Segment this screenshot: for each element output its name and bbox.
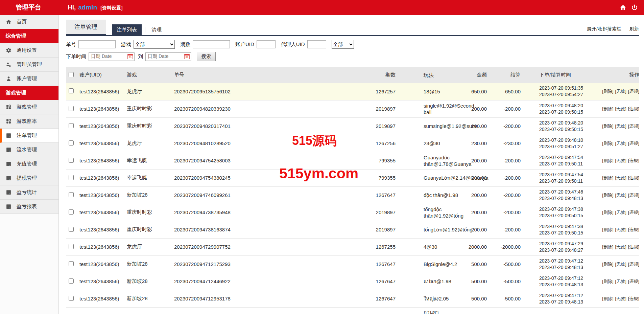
row-checkbox[interactable] [69,88,74,93]
row-actions: [删除][无效][违规] [592,152,639,169]
row-checkbox[interactable] [69,296,74,301]
violation-link[interactable]: [违规] [628,296,639,301]
row-checkbox[interactable] [69,158,74,163]
agent-uid-input[interactable] [307,40,326,48]
row-checkbox[interactable] [69,227,74,232]
account-uid: test123(2643856) [79,204,127,221]
delete-link[interactable]: [删除] [602,89,613,94]
watermark-url: 515ym.com [279,165,358,182]
sidebar-item-管理员管理[interactable]: 管理员管理 [0,58,58,72]
sidebar-item-盈亏报表[interactable]: 0 盈亏报表 [0,200,58,214]
status-select[interactable]: 全部 [332,40,354,49]
logout-power-icon[interactable] [631,4,638,11]
sidebar-item-流水管理[interactable]: 0 流水管理 [0,143,58,157]
delete-link[interactable]: [删除] [602,296,613,301]
row-actions: [删除][无效][违规] [592,255,639,273]
row-checkbox[interactable] [69,175,74,180]
sidebar-item-盈亏统计[interactable]: 0 盈亏统计 [0,185,58,200]
violation-link[interactable]: [违规] [628,141,639,146]
invalid-link[interactable]: [无效] [615,227,626,232]
home-icon[interactable] [620,4,626,11]
invalid-link[interactable]: [无效] [615,244,626,249]
row-checkbox[interactable] [69,140,74,145]
calendar-icon[interactable]: 31 [184,54,190,59]
date-to-input[interactable]: 日期 Date 31 [145,52,191,61]
select-all-checkbox[interactable] [69,72,74,77]
invalid-link[interactable]: [无效] [615,106,626,111]
invalid-link[interactable]: [无效] [615,141,626,146]
violation-link[interactable]: [违规] [628,210,639,215]
bet-amount: 230.00 [463,135,487,152]
sidebar-item-提现管理[interactable]: 0 提现管理 [0,171,58,185]
tab-order-list[interactable]: 注单列表 [112,24,142,35]
violation-link[interactable]: [违规] [628,158,639,163]
delete-link[interactable]: [删除] [602,193,613,198]
violation-link[interactable]: [违规] [628,124,639,129]
orders-table: 账户(UID) 游戏 单号 期数 玩法 金额 结算 下单/结算时间 操作 tes… [66,67,639,314]
issue-input[interactable] [193,40,230,48]
invalid-link[interactable]: [无效] [615,89,626,94]
invalid-link[interactable]: [无效] [615,279,626,284]
delete-link[interactable]: [删除] [602,279,613,284]
row-checkbox[interactable] [69,278,74,284]
search-button[interactable]: 搜索 [197,52,216,61]
profile-settings-link[interactable]: [资料设置] [100,5,122,11]
delete-link[interactable]: [删除] [602,141,613,146]
invalid-link[interactable]: [无效] [615,296,626,301]
invalid-link[interactable]: [无效] [615,193,626,198]
game-name: 重庆时时彩 [127,204,174,221]
game-select[interactable]: 全部 [134,40,175,49]
violation-link[interactable]: [违规] [628,193,639,198]
violation-link[interactable]: [违规] [628,244,639,249]
delete-link[interactable]: [删除] [602,106,613,111]
invalid-link[interactable]: [无效] [615,175,626,180]
row-checkbox[interactable] [69,209,74,215]
invalid-link[interactable]: [无效] [615,124,626,129]
tab-order-management[interactable]: 注单管理 [66,20,106,35]
sidebar-item-首页[interactable]: 首页 [0,15,58,29]
violation-link[interactable]: [违规] [628,106,639,111]
play-detail: độc thân@1.98 [396,186,463,204]
invalid-link[interactable]: [无效] [615,210,626,215]
account-uid: test123(2643856) [79,255,127,273]
row-checkbox[interactable] [69,244,74,249]
delete-link[interactable]: [删除] [602,244,613,249]
delete-link[interactable]: [删除] [602,175,613,180]
sidebar-item-游戏赔率[interactable]: 游戏赔率 [0,114,58,129]
settle-time: 2023-07-20 09:48:13 [539,282,592,288]
violation-link[interactable]: [违规] [628,262,639,267]
row-checkbox[interactable] [69,123,74,128]
violation-link[interactable]: [违规] [628,89,639,94]
invalid-link[interactable]: [无效] [615,158,626,163]
sidebar-item-账户管理[interactable]: 账户管理 [0,72,58,86]
play-detail: GuanyaLớn@2.14@Guanya [396,169,463,186]
sidebar-item-充值管理[interactable]: 0 充值管理 [0,157,58,171]
delete-link[interactable]: [删除] [602,124,613,129]
date-from-input[interactable]: 日期 Date 31 [89,52,135,61]
account-uid: test123(2643856) [79,290,127,307]
order-no-input[interactable] [78,40,116,48]
invalid-link[interactable]: [无效] [615,262,626,267]
sidebar-item-游戏管理[interactable]: 游戏管理 [0,100,58,114]
refresh-link[interactable]: 刷新 [629,26,639,32]
sidebar-item-注单管理[interactable]: 0 注单管理 [0,129,58,143]
bet-amount: 500.00 [463,255,487,273]
calendar-icon[interactable]: 31 [127,54,133,59]
row-checkbox[interactable] [69,192,74,197]
settle-time: 2023-07-20 09:48:13 [539,264,592,271]
delete-link[interactable]: [删除] [602,227,613,232]
order-settle-time: 2023-07-20 09:47:54 2023-07-20 09:50:11 [521,152,592,169]
account-uid: test123(2643856) [79,117,127,135]
account-uid-input[interactable] [257,40,276,48]
delete-link[interactable]: [删除] [602,210,613,215]
delete-link[interactable]: [删除] [602,158,613,163]
delete-link[interactable]: [删除] [602,262,613,267]
violation-link[interactable]: [违规] [628,175,639,180]
toggle-search-link[interactable]: 展开/收起搜索栏 [587,26,621,32]
violation-link[interactable]: [违规] [628,279,639,284]
violation-link[interactable]: [违规] [628,227,639,232]
row-checkbox[interactable] [69,261,74,266]
row-checkbox[interactable] [69,106,74,111]
tab-clean[interactable]: 清理 [147,24,166,35]
sidebar-item-通用设置[interactable]: 通用设置 [0,43,58,58]
